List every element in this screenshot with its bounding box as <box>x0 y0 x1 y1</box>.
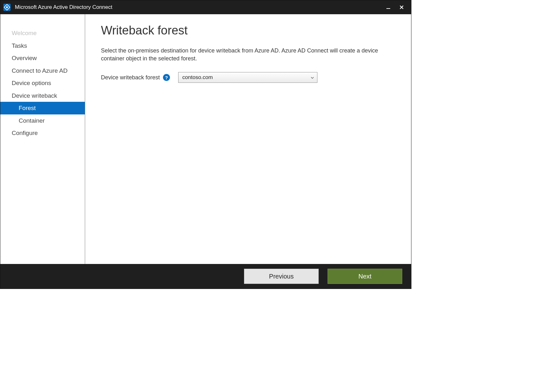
page-title: Writeback forest <box>101 24 395 37</box>
sidebar-item-label: Overview <box>12 55 37 61</box>
sidebar-item-overview[interactable]: Overview <box>0 52 85 64</box>
forest-dropdown-value: contoso.com <box>182 74 213 81</box>
svg-rect-3 <box>386 8 390 9</box>
help-icon[interactable]: ? <box>163 74 170 81</box>
previous-button-label: Previous <box>269 273 294 280</box>
sidebar-item-label: Connect to Azure AD <box>12 67 67 74</box>
azure-logo-icon <box>3 3 11 11</box>
titlebar: Microsoft Azure Active Directory Connect <box>0 0 411 14</box>
previous-button[interactable]: Previous <box>244 269 319 284</box>
sidebar-item-label: Device options <box>12 80 51 86</box>
window-title: Microsoft Azure Active Directory Connect <box>15 4 385 10</box>
minimize-button[interactable] <box>385 3 392 11</box>
sidebar-item-welcome[interactable]: Welcome <box>0 27 85 40</box>
sidebar-item-connect-azure-ad[interactable]: Connect to Azure AD <box>0 64 85 77</box>
next-button-label: Next <box>358 273 371 280</box>
wizard-sidebar: Welcome Tasks Overview Connect to Azure … <box>0 14 85 264</box>
window-controls <box>385 3 409 11</box>
main-content: Writeback forest Select the on-premises … <box>85 14 411 264</box>
window-body: Welcome Tasks Overview Connect to Azure … <box>0 14 411 264</box>
wizard-footer: Previous Next <box>0 264 411 289</box>
sidebar-item-label: Container <box>19 117 45 124</box>
sidebar-item-forest[interactable]: Forest <box>0 102 85 114</box>
sidebar-item-label: Welcome <box>12 30 37 36</box>
sidebar-item-label: Forest <box>19 105 36 111</box>
sidebar-item-label: Tasks <box>12 42 27 49</box>
forest-dropdown[interactable]: contoso.com <box>178 72 317 83</box>
sidebar-item-label: Configure <box>12 130 38 136</box>
page-description: Select the on-premises destination for d… <box>101 47 395 63</box>
sidebar-item-tasks[interactable]: Tasks <box>0 40 85 52</box>
sidebar-item-label: Device writeback <box>12 92 57 99</box>
close-button[interactable] <box>398 3 405 11</box>
sidebar-item-device-writeback[interactable]: Device writeback <box>0 89 85 102</box>
forest-field-label: Device writeback forest <box>101 74 160 81</box>
sidebar-item-container[interactable]: Container <box>0 114 85 127</box>
chevron-down-icon <box>311 74 314 81</box>
sidebar-item-device-options[interactable]: Device options <box>0 77 85 89</box>
sidebar-item-configure[interactable]: Configure <box>0 127 85 139</box>
next-button[interactable]: Next <box>328 269 402 284</box>
app-window: Microsoft Azure Active Directory Connect… <box>0 0 411 289</box>
forest-field-row: Device writeback forest ? contoso.com <box>101 72 395 83</box>
